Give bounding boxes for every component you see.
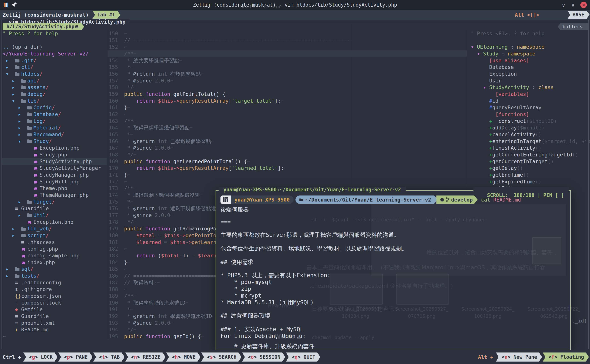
pin-toggle[interactable]: | PIN [ ]: [537, 193, 567, 198]
tag-item[interactable]: User: [471, 77, 590, 84]
tree-updir[interactable]: .. (up a dir): [3, 44, 107, 50]
tree-item-material[interactable]: ▸ Material/: [3, 124, 107, 131]
buffer-tab-active[interactable]: h/l/S/StudyActivity.php: [3, 23, 84, 30]
tree-item-thememanager.php[interactable]: ThemeManager.php: [3, 192, 107, 199]
close-icon[interactable]: ×: [580, 2, 587, 8]
tree-item-cli[interactable]: ▸ cli/: [3, 64, 107, 71]
tree-item-readme.md[interactable]: ↓README.md: [3, 326, 107, 333]
code-line-152[interactable]: ⌐: [124, 44, 467, 50]
code-line-154[interactable]: * 總共要學幾個學習點⌐: [124, 57, 467, 64]
keybind-pane[interactable]: <p> PANE: [58, 352, 93, 362]
tree-item-index.php[interactable]: index.php: [3, 259, 107, 266]
tag-item[interactable]: Database: [471, 64, 590, 71]
tag-item[interactable]: [functions]: [471, 111, 590, 118]
code-line-160[interactable]: return $this->queryResultArray['target_t…: [124, 98, 467, 104]
keybind-move[interactable]: <h> MOVE: [166, 352, 201, 362]
floating-terminal-pane[interactable]: sh -c "$(curl -fsLS get.chezmoi.io)" -- …: [215, 190, 571, 350]
code-line-171[interactable]: }⌐: [124, 171, 467, 178]
tag-item[interactable]: +getEndTime(): [471, 171, 590, 178]
code-line-162[interactable]: ⌐: [124, 111, 467, 118]
keybind-search[interactable]: <s> SEARCH: [201, 352, 241, 362]
keybind-floating[interactable]: <f> Floating: [543, 352, 589, 362]
tree-item-studyactivitymanager[interactable]: StudyActivityManager: [3, 165, 107, 171]
code-line-151[interactable]: // =====================================…: [124, 37, 467, 44]
tree-item-htdocs[interactable]: ▾ htdocs/: [3, 71, 107, 77]
tag-item[interactable]: +getExpiredTime(): [471, 178, 590, 185]
tree-item-assets[interactable]: ▸ assets/: [3, 84, 107, 91]
code-line-172[interactable]: ⌐: [124, 178, 467, 185]
tree-item-study.php[interactable]: Study.php: [3, 151, 107, 158]
tab-1[interactable]: Tab #1: [92, 11, 120, 19]
tree-item-.htaccess[interactable]: ≡.htaccess: [3, 239, 107, 246]
code-line-165[interactable]: *⌐: [124, 131, 467, 138]
tree-item-phpunit.xml[interactable]: ≡phpunit.xml: [3, 320, 107, 326]
tree-item-studymanager.php[interactable]: StudyManager.php: [3, 171, 107, 178]
code-line-168[interactable]: */⌐: [124, 151, 467, 158]
tree-item-database[interactable]: ▸ Database/: [3, 111, 107, 118]
tag-item[interactable]: +getCurrentEnteringTargetId(): [471, 151, 590, 158]
tag-item[interactable]: +getCurrentInTarget(): [471, 158, 590, 165]
keybind-quit[interactable]: <q> QUIT: [286, 352, 320, 362]
code-line-156[interactable]: * @return int 有幾個學習點⌐: [124, 71, 467, 77]
tree-item-.gitignore[interactable]: ✱.gitignore: [3, 286, 107, 293]
code-line-169[interactable]: public function getLearnedPointTotal() {…: [124, 158, 467, 165]
code-line-157[interactable]: * @since 2.0.0⌐: [124, 77, 467, 84]
tree-item-exception.php[interactable]: Exception.php: [3, 144, 107, 151]
tree-item-gemfile[interactable]: ◆Gemfile: [3, 306, 107, 313]
code-line-166[interactable]: * @return int 已學過幾個學習點⌐: [124, 138, 467, 145]
tag-item[interactable]: [variables]: [471, 91, 590, 98]
tree-item-composer.json[interactable]: {}composer.json: [3, 293, 107, 299]
tree-item-composer.lock[interactable]: ≡composer.lock: [3, 299, 107, 306]
tree-item-exception.php[interactable]: Exception.php: [3, 219, 107, 226]
tree-item-sql[interactable]: ▸ sql/: [3, 266, 107, 273]
tree-item-studywill.php[interactable]: StudyWill.php: [3, 178, 107, 185]
tree-item-config[interactable]: ▸ Config/: [3, 104, 107, 111]
maximize-icon[interactable]: ∧: [571, 2, 575, 8]
keybind-session[interactable]: <o> SESSION: [242, 352, 285, 362]
tree-item-guardfile[interactable]: ≡Guardfile: [3, 313, 107, 320]
code-line-161[interactable]: }⌐: [124, 104, 467, 111]
keybind-resize[interactable]: <n> RESIZE: [125, 352, 166, 362]
code-line-159[interactable]: public function getPointTotal() {⌐: [124, 91, 467, 98]
keybind-lock[interactable]: <g> LOCK: [23, 352, 58, 362]
tree-item-config.sample.php[interactable]: config.sample.php: [3, 252, 107, 259]
tag-item[interactable]: ▾ UElearning : namespace: [471, 44, 590, 50]
tree-item-guardfile[interactable]: ≡Guardfile: [3, 205, 107, 212]
tag-item[interactable]: +cancelActivity(): [471, 131, 590, 138]
buffers-badge[interactable]: buffers: [558, 23, 588, 30]
tag-item[interactable]: +__construct($inputID): [471, 118, 590, 124]
tree-item-util[interactable]: ▸ Util/: [3, 212, 107, 219]
tree-item-theme.php[interactable]: Theme.php: [3, 185, 107, 192]
code-line-170[interactable]: return $this->queryResultArray['learned_…: [124, 165, 467, 171]
code-line-163[interactable]: /**⌐: [124, 118, 467, 124]
code-line-150[interactable]: ⌐: [124, 30, 467, 37]
tree-item-log[interactable]: ▸ Log/: [3, 118, 107, 124]
tree-item-lib-web[interactable]: ▸ lib_web/: [3, 225, 107, 232]
tag-item[interactable]: ▾ Study : namespace: [471, 50, 590, 57]
tag-item[interactable]: +enteringInTarget($target_id, $is: [471, 138, 590, 145]
tree-item-lib[interactable]: ▾ lib/: [3, 98, 107, 104]
code-line-158[interactable]: */⌐: [124, 84, 467, 91]
code-line-153[interactable]: /**⌐: [124, 50, 467, 57]
tree-item-debug[interactable]: ▸ debug/: [3, 91, 107, 98]
tag-item[interactable]: Exception: [471, 71, 590, 77]
tag-item[interactable]: ▾ StudyActivity : class: [471, 84, 590, 91]
tree-item-target[interactable]: ▸ Target/: [3, 199, 107, 205]
tag-item[interactable]: +getDelay(): [471, 165, 590, 171]
tag-item[interactable]: #queryResultArray: [471, 104, 590, 111]
tag-item[interactable]: #id: [471, 98, 590, 104]
tree-item-api[interactable]: ▸ api/: [3, 77, 107, 84]
tag-item[interactable]: +finishActivity(): [471, 144, 590, 151]
tag-item[interactable]: [use aliases]: [471, 57, 590, 64]
tree-item-.editorconfig[interactable]: ≡.editorconfig: [3, 279, 107, 286]
minimize-icon[interactable]: ∨: [562, 2, 565, 8]
tree-item-config.php[interactable]: config.php: [3, 246, 107, 252]
code-line-155[interactable]: *⌐: [124, 64, 467, 71]
tree-item-recommand[interactable]: ▸ Recommand/: [3, 131, 107, 138]
code-line-164[interactable]: * 取得已經學過幾個學習點⌐: [124, 124, 467, 131]
tree-item-study[interactable]: ▾ Study/: [3, 138, 107, 145]
tree-item-studyactivity.php[interactable]: StudyActivity.php: [3, 158, 107, 165]
code-line-167[interactable]: * @since 2.0.0⌐: [124, 144, 467, 151]
tree-item-script[interactable]: ▸ script/: [3, 232, 107, 239]
keybind-tab[interactable]: <t> TAB: [93, 352, 125, 362]
